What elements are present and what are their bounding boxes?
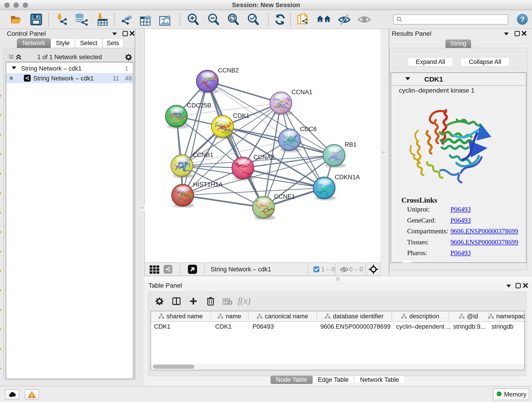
svg-text:HIST1H1A: HIST1H1A	[193, 181, 223, 188]
svg-text:CDKN1A: CDKN1A	[335, 174, 360, 181]
svg-text:RB1: RB1	[345, 141, 357, 148]
svg-text:CCNA1: CCNA1	[291, 89, 312, 96]
svg-text:CDC25B: CDC25B	[187, 102, 211, 109]
svg-text:CCNE1: CCNE1	[274, 193, 295, 200]
svg-text:CCNA2: CCNA2	[253, 154, 274, 161]
svg-text:CDC6: CDC6	[300, 126, 317, 133]
svg-text:CDK1: CDK1	[233, 112, 249, 119]
svg-text:CCNB2: CCNB2	[218, 67, 239, 74]
svg-text:CCNB1: CCNB1	[192, 152, 214, 158]
